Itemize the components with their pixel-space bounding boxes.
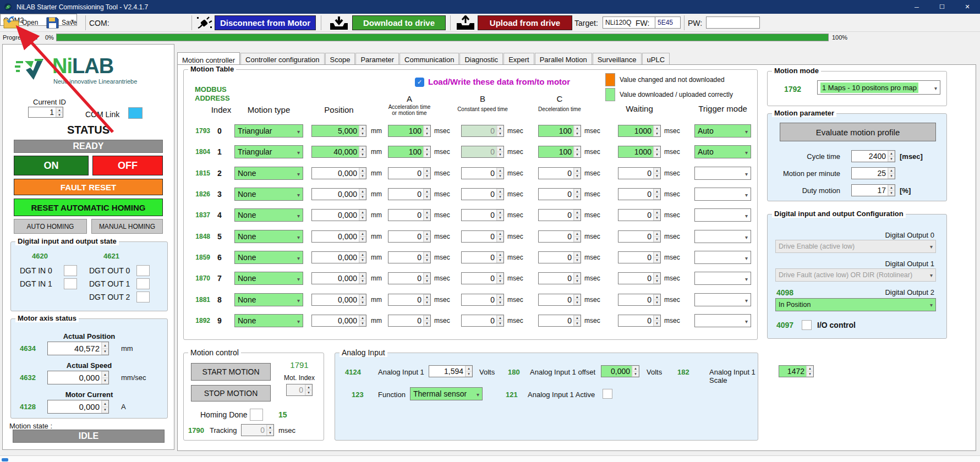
on-button[interactable]: ON (14, 156, 89, 175)
spinner[interactable] (423, 294, 430, 305)
upload-from-drive-button[interactable]: Upload from drive (478, 15, 572, 30)
spinner[interactable] (423, 189, 430, 200)
position-field[interactable]: 0,000 (311, 315, 366, 327)
spinner[interactable] (359, 146, 366, 157)
constant-speed-time-field[interactable]: 0 (461, 315, 504, 327)
motion-type-select[interactable]: None (234, 293, 303, 306)
spinner[interactable] (573, 273, 581, 284)
motion-type-select[interactable]: None (234, 251, 303, 264)
reset-automatic-homing-button[interactable]: RESET AUTOMATIC HOMING (14, 199, 163, 216)
waiting-field[interactable]: 1000 (618, 125, 661, 137)
spinner[interactable] (496, 125, 503, 136)
spinner[interactable] (573, 294, 581, 305)
spinner[interactable] (359, 273, 366, 284)
deceleration-time-field[interactable]: 0 (538, 167, 581, 179)
evaluate-motion-profile-button[interactable]: Evaluate motion profile (780, 123, 936, 141)
analog-offset-field[interactable]: 0,000 (601, 365, 639, 377)
trigger-mode-select[interactable] (694, 251, 751, 264)
motion-type-select[interactable]: None (234, 230, 303, 243)
trigger-mode-select[interactable]: Auto (694, 145, 751, 158)
acceleration-time-field[interactable]: 0 (388, 272, 431, 284)
deceleration-time-field[interactable]: 0 (538, 294, 581, 306)
deceleration-time-field[interactable]: 100 (538, 125, 581, 137)
motion-type-select[interactable]: None (234, 208, 303, 222)
digital-output-checkbox[interactable] (136, 265, 150, 276)
position-field[interactable]: 40,000 (311, 146, 366, 158)
position-field[interactable]: 0,000 (311, 230, 366, 243)
spinner[interactable] (496, 252, 503, 263)
waiting-field[interactable]: 0 (618, 188, 661, 200)
constant-speed-time-field[interactable]: 0 (461, 188, 504, 200)
axis-value-field[interactable]: 0,000 (47, 400, 109, 414)
spinner[interactable] (888, 185, 895, 196)
spinner[interactable] (101, 342, 108, 355)
trigger-mode-select[interactable] (694, 167, 751, 180)
motion-type-select[interactable]: None (234, 272, 303, 285)
digital-input-checkbox[interactable] (64, 278, 77, 289)
spinner[interactable] (496, 146, 503, 157)
digital-output-select[interactable]: In Position (775, 298, 936, 311)
spinner[interactable] (496, 315, 503, 326)
waiting-field[interactable]: 0 (618, 294, 661, 306)
waiting-field[interactable]: 0 (618, 167, 661, 179)
spinner[interactable] (359, 189, 366, 200)
spinner[interactable] (423, 315, 430, 326)
position-field[interactable]: 0,000 (311, 188, 366, 200)
spinner[interactable] (359, 252, 366, 263)
spinner[interactable] (653, 189, 660, 200)
constant-speed-time-field[interactable]: 0 (461, 146, 504, 158)
spinner[interactable] (496, 231, 503, 242)
open-button[interactable]: Open (3, 16, 38, 29)
manual-homing-button[interactable]: MANUAL HOMING (91, 219, 163, 234)
position-field[interactable]: 0,000 (311, 272, 366, 284)
spinner[interactable] (653, 294, 660, 305)
spinner[interactable] (496, 294, 503, 305)
digital-output-select[interactable]: Drive Fault (active low) OR DIR (Rotolin… (775, 268, 936, 282)
spinner[interactable] (359, 125, 366, 136)
motion-mode-select[interactable]: 1 Maps - 10 positons pro map (817, 80, 940, 95)
fw-input[interactable]: 5E45 (655, 16, 681, 29)
waiting-field[interactable]: 0 (618, 209, 661, 221)
digital-output-checkbox[interactable] (136, 292, 150, 302)
start-motion-button[interactable]: START MOTION (191, 363, 271, 381)
spinner[interactable] (359, 168, 366, 179)
maximize-button[interactable]: ☐ (929, 0, 955, 14)
spinner[interactable] (423, 125, 430, 136)
spinner[interactable] (101, 371, 108, 384)
spinner[interactable] (653, 168, 660, 179)
digital-output-checkbox[interactable] (136, 278, 150, 289)
pw-input[interactable] (706, 16, 760, 29)
save-button[interactable]: Save (45, 16, 76, 29)
spinner[interactable] (888, 151, 895, 162)
motion-type-select[interactable]: Triangular (234, 145, 303, 158)
trigger-mode-select[interactable] (694, 188, 751, 201)
spinner[interactable] (305, 384, 312, 395)
constant-speed-time-field[interactable]: 0 (461, 209, 504, 221)
acceleration-time-field[interactable]: 0 (388, 294, 431, 306)
spinner[interactable] (806, 366, 813, 377)
parameter-field[interactable]: 17 (851, 184, 895, 196)
trigger-mode-select[interactable] (694, 208, 751, 222)
axis-value-field[interactable]: 0,000 (47, 371, 109, 384)
spinner[interactable] (573, 252, 581, 263)
minimize-button[interactable]: ─ (904, 0, 929, 14)
spinner[interactable] (496, 168, 503, 179)
spinner[interactable] (496, 210, 503, 221)
deceleration-time-field[interactable]: 0 (538, 251, 581, 263)
download-to-drive-button[interactable]: Download to drive (352, 15, 446, 30)
deceleration-time-field[interactable]: 100 (538, 146, 581, 158)
spinner[interactable] (653, 252, 660, 263)
constant-speed-time-field[interactable]: 0 (461, 272, 504, 284)
spinner[interactable] (632, 366, 639, 377)
function-select[interactable]: Thermal sensor (410, 387, 483, 400)
deceleration-time-field[interactable]: 0 (538, 272, 581, 284)
mot-index-field[interactable]: 0 (286, 384, 313, 396)
spinner[interactable] (888, 168, 895, 179)
waiting-field[interactable]: 0 (618, 315, 661, 327)
axis-value-field[interactable]: 40,572 (47, 342, 109, 355)
disconnect-motor-button[interactable]: Disconnect from Motor (215, 15, 316, 30)
close-button[interactable]: ✕ (955, 0, 980, 14)
motion-type-select[interactable]: None (234, 188, 303, 201)
constant-speed-time-field[interactable]: 0 (461, 167, 504, 179)
spinner[interactable] (573, 315, 581, 326)
